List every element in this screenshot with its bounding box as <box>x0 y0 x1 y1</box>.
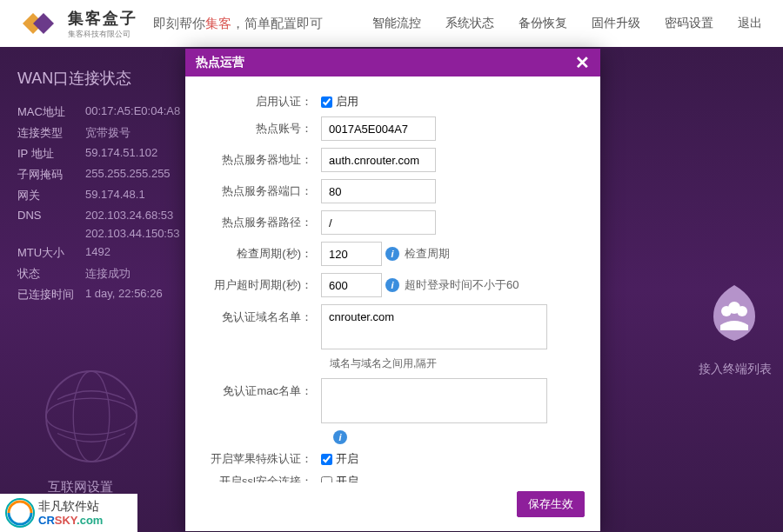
server-path-input[interactable] <box>321 210 436 235</box>
hint-check-interval: 检查周期 <box>405 246 450 262</box>
nav-upgrade[interactable]: 固件升级 <box>592 16 640 31</box>
apple-auth-checkbox[interactable] <box>321 454 332 465</box>
timeout-input[interactable] <box>321 273 382 297</box>
label-server-port: 热点服务器端口： <box>201 183 321 199</box>
info-row: i <box>330 430 556 444</box>
modal-title: 热点运营 <box>196 55 244 70</box>
wan-label: MAC地址 <box>17 104 85 120</box>
close-icon[interactable]: ✕ <box>575 52 590 73</box>
nav-status[interactable]: 系统状态 <box>445 16 494 31</box>
hotspot-modal: 热点运营 ✕ 启用认证： 启用 热点账号： 热点服务器地址： 热点服务器端口： … <box>185 49 600 531</box>
label-apple-auth: 开启苹果特殊认证： <box>201 451 321 467</box>
info-icon: i <box>385 247 399 261</box>
label-whitelist-domain: 免认证域名名单： <box>201 304 321 325</box>
label-server-path: 热点服务器路径： <box>201 215 321 230</box>
nav-traffic[interactable]: 智能流控 <box>372 16 421 31</box>
account-input[interactable] <box>321 116 436 141</box>
clients-list-label[interactable]: 接入终端列表 <box>696 362 774 377</box>
brand-title: 集客盒子 <box>68 8 137 29</box>
info-icon: i <box>333 430 347 444</box>
label-account: 热点账号： <box>201 121 321 136</box>
clients-icon[interactable] <box>703 282 766 344</box>
info-icon: i <box>385 278 399 292</box>
svg-point-3 <box>46 398 137 435</box>
modal-header: 热点运营 ✕ <box>185 49 600 76</box>
svg-point-8 <box>6 499 34 527</box>
server-port-input[interactable] <box>321 179 436 203</box>
save-button[interactable]: 保存生效 <box>517 491 585 517</box>
label-timeout: 用户超时周期(秒)： <box>201 277 321 293</box>
watermark-icon <box>5 498 35 528</box>
whitelist-domain-textarea[interactable] <box>321 304 547 349</box>
top-nav: 智能流控 系统状态 备份恢复 固件升级 密码设置 退出 <box>372 0 762 47</box>
server-addr-input[interactable] <box>321 148 436 172</box>
label-enable-auth: 启用认证： <box>201 94 321 110</box>
modal-footer: 保存生效 <box>185 482 600 531</box>
svg-point-2 <box>46 371 137 462</box>
whitelist-mac-textarea[interactable] <box>321 378 547 423</box>
svg-point-4 <box>73 371 110 462</box>
slogan: 即刻帮你集客，简单配置即可 <box>153 16 323 32</box>
hint-domain-sep: 域名与域名之间用,隔开 <box>330 356 556 371</box>
nav-logout[interactable]: 退出 <box>738 16 762 31</box>
svg-point-7 <box>728 302 740 314</box>
brand-subtitle: 集客科技有限公司 <box>68 29 137 40</box>
label-ssl: 开启ssl安全连接： <box>201 474 321 482</box>
watermark-line2: CRSKY.com <box>38 514 103 528</box>
globe-icon <box>35 360 148 473</box>
ssl-checkbox[interactable] <box>321 476 332 483</box>
logo-icon <box>17 8 59 39</box>
logo: 集客盒子 集客科技有限公司 <box>17 8 137 40</box>
enable-auth-checkbox[interactable] <box>321 96 332 108</box>
hint-timeout: 超时登录时间不小于60 <box>405 277 519 293</box>
label-whitelist-mac: 免认证mac名单： <box>201 378 321 399</box>
app-header: 集客盒子 集客科技有限公司 即刻帮你集客，简单配置即可 智能流控 系统状态 备份… <box>0 0 783 47</box>
label-server-addr: 热点服务器地址： <box>201 152 321 168</box>
apple-auth-checkbox-wrap[interactable]: 开启 <box>321 451 358 467</box>
nav-backup[interactable]: 备份恢复 <box>519 16 567 31</box>
nav-password[interactable]: 密码设置 <box>665 16 713 31</box>
label-check-interval: 检查周期(秒)： <box>201 246 321 262</box>
modal-body: 启用认证： 启用 热点账号： 热点服务器地址： 热点服务器端口： 热点服务器路径… <box>185 76 600 482</box>
ssl-checkbox-wrap[interactable]: 开启 <box>321 474 358 482</box>
watermark-line1: 非凡软件站 <box>38 499 103 514</box>
watermark: 非凡软件站 CRSKY.com <box>0 494 137 532</box>
check-interval-input[interactable] <box>321 242 382 266</box>
enable-auth-checkbox-wrap[interactable]: 启用 <box>321 94 358 110</box>
